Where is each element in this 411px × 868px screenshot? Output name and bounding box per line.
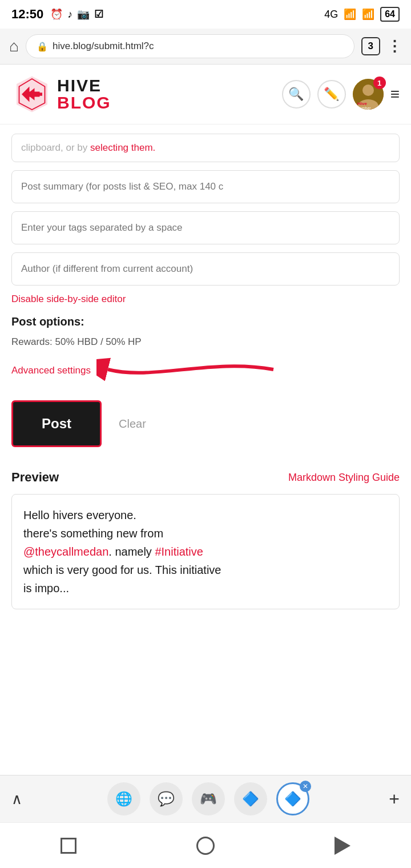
logo-hive: HIVE <box>57 77 111 94</box>
preview-tag: #Initiative <box>155 545 203 558</box>
nav-stop-button[interactable] <box>46 829 91 863</box>
nav-back-button[interactable] <box>320 829 365 863</box>
avatar-wrap[interactable]: Hive Member 1 <box>353 79 384 110</box>
add-tab-icon[interactable]: + <box>389 789 400 810</box>
url-bar[interactable]: 🔒 hive.blog/submit.html?c <box>26 34 354 58</box>
music-icon: ♪ <box>67 9 72 21</box>
advanced-settings-wrap: Advanced settings <box>11 352 400 389</box>
edit-button[interactable]: ✏️ <box>317 80 346 108</box>
hive-active-icon: 🔷 <box>284 791 301 807</box>
nav-home-button[interactable] <box>183 829 228 863</box>
notification-badge: 1 <box>373 77 386 89</box>
action-buttons: Post Clear <box>11 400 400 447</box>
svg-text:Member: Member <box>356 106 371 110</box>
preview-line3: @theycallmedan. namely #Initiative <box>23 542 388 561</box>
red-arrow-annotation <box>96 352 279 389</box>
clipboard-link[interactable]: selecting them. <box>90 142 155 153</box>
status-icons: ⏰ ♪ 📷 ☑ <box>50 8 103 21</box>
tab-count[interactable]: 3 <box>361 37 380 55</box>
v-icon: ☑ <box>94 8 103 21</box>
markdown-guide-link[interactable]: Markdown Styling Guide <box>288 472 400 484</box>
network-4g-icon: 4G <box>324 9 338 21</box>
status-bar: 12:50 ⏰ ♪ 📷 ☑ 4G 📶 📶 64 <box>0 0 411 29</box>
bottom-tab-bar: ∧ 🌐 💬 🎮 🔷 🔷 ✕ + <box>0 775 411 822</box>
main-content: clipboard, or by selecting them. Disable… <box>0 124 411 618</box>
preview-box: Hello hivers everyone. there's something… <box>11 494 400 609</box>
home-icon[interactable]: ⌂ <box>9 37 19 55</box>
post-button[interactable]: Post <box>11 400 102 447</box>
search-button[interactable]: 🔍 <box>282 80 311 108</box>
game-tab[interactable]: 🎮 <box>192 782 225 815</box>
svg-point-5 <box>362 85 374 96</box>
status-left: 12:50 ⏰ ♪ 📷 ☑ <box>11 7 103 22</box>
preview-line4: which is very good for us. This initiati… <box>23 561 388 579</box>
translate-icon: 🌐 <box>115 791 132 807</box>
preview-line5: is impo... <box>23 579 388 597</box>
nav-bar <box>0 822 411 868</box>
hamburger-menu-icon[interactable]: ≡ <box>390 85 400 103</box>
logo-blog: BLOG <box>57 94 111 111</box>
home-nav-icon <box>196 837 215 855</box>
tab-close-icon[interactable]: ✕ <box>300 781 311 792</box>
header-actions: 🔍 ✏️ Hive Member 1 ≡ <box>282 79 400 110</box>
signal-icon: 📶 <box>344 8 356 21</box>
hive-tab[interactable]: 🔷 <box>234 782 267 815</box>
chat-tab[interactable]: 💬 <box>150 782 183 815</box>
battery-indicator: 64 <box>380 7 400 22</box>
author-input[interactable] <box>11 252 400 286</box>
hive-active-tab[interactable]: 🔷 ✕ <box>276 782 309 815</box>
svg-text:Hive: Hive <box>357 101 367 106</box>
instagram-icon: 📷 <box>77 8 90 21</box>
signal2-icon: 📶 <box>362 8 374 21</box>
rewards-text: Rewards: 50% HBD / 50% HP <box>11 336 400 348</box>
browser-menu-icon[interactable]: ⋮ <box>387 38 402 55</box>
preview-mention[interactable]: @theycallmedan <box>23 545 108 558</box>
preview-line1: Hello hivers everyone. <box>23 506 388 524</box>
status-right: 4G 📶 📶 64 <box>324 7 400 22</box>
alarm-icon: ⏰ <box>50 8 63 21</box>
back-icon <box>335 837 350 855</box>
post-options-label: Post options: <box>11 315 400 328</box>
site-header: HIVE BLOG 🔍 ✏️ Hive Member 1 ≡ <box>0 65 411 124</box>
chevron-up-icon[interactable]: ∧ <box>11 790 22 808</box>
url-text: hive.blog/submit.html?c <box>53 41 154 52</box>
chat-icon: 💬 <box>158 791 175 807</box>
game-icon: 🎮 <box>200 791 217 807</box>
hive-diamond-logo <box>11 74 53 115</box>
preview-label: Preview <box>11 470 59 485</box>
preview-line2: there's something new from <box>23 524 388 542</box>
post-summary-input[interactable] <box>11 170 400 203</box>
stop-icon <box>61 838 76 854</box>
lock-icon: 🔒 <box>37 41 48 52</box>
logo-text: HIVE BLOG <box>57 77 111 111</box>
hive-icon: 🔷 <box>242 791 259 807</box>
logo-area[interactable]: HIVE BLOG <box>11 74 111 115</box>
clipboard-text: clipboard, or by <box>21 142 90 153</box>
clear-button[interactable]: Clear <box>119 417 146 431</box>
browser-bar: ⌂ 🔒 hive.blog/submit.html?c 3 ⋮ <box>0 29 411 65</box>
preview-header: Preview Markdown Styling Guide <box>11 470 400 485</box>
tab-icons-list: 🌐 💬 🎮 🔷 🔷 ✕ <box>33 782 384 815</box>
translate-tab[interactable]: 🌐 <box>107 782 140 815</box>
disable-editor-link[interactable]: Disable side-by-side editor <box>11 294 400 305</box>
advanced-settings-link[interactable]: Advanced settings <box>11 365 91 376</box>
clipboard-bar: clipboard, or by selecting them. <box>11 134 400 162</box>
status-time: 12:50 <box>11 7 43 22</box>
tags-input[interactable] <box>11 211 400 244</box>
